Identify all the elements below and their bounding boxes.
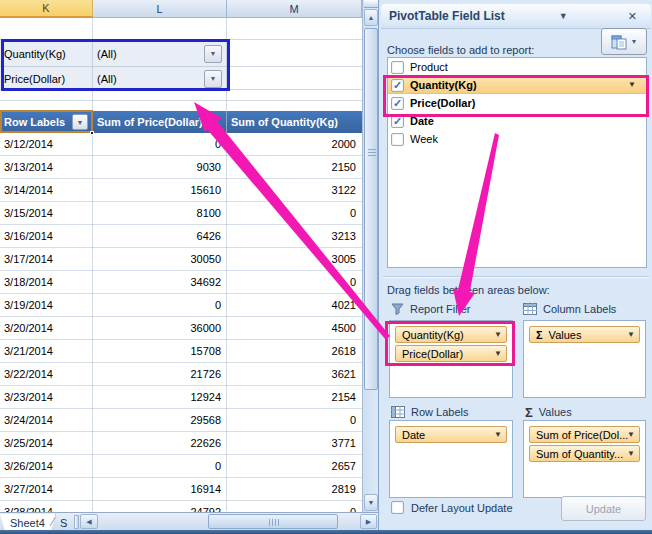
date-cell[interactable]: 3/26/2014: [0, 455, 93, 478]
scrollbar-split-handle[interactable]: [364, 0, 378, 8]
value-cell[interactable]: 0: [93, 294, 227, 317]
value-cell[interactable]: 0: [227, 271, 362, 294]
field-checkbox[interactable]: [391, 61, 404, 74]
date-cell[interactable]: 3/16/2014: [0, 225, 93, 248]
sheet-tab-next[interactable]: S: [58, 514, 74, 531]
field-pill[interactable]: Sum of Price(Dol...▼: [529, 426, 640, 443]
value-cell[interactable]: 12924: [93, 386, 227, 409]
date-cell[interactable]: 3/23/2014: [0, 386, 93, 409]
scroll-up-button[interactable]: ▲: [364, 9, 378, 26]
value-cell[interactable]: 2000: [227, 133, 362, 156]
chevron-down-icon[interactable]: ▼: [627, 431, 635, 439]
value-cell[interactable]: 22626: [93, 432, 227, 455]
value-cell[interactable]: 30050: [93, 248, 227, 271]
column-header-k[interactable]: K: [0, 0, 93, 18]
value-cell[interactable]: 9030: [93, 156, 227, 179]
column-header-m[interactable]: M: [227, 0, 362, 18]
value-cell[interactable]: 4500: [227, 317, 362, 340]
scroll-left-button[interactable]: ◀: [80, 514, 98, 529]
pill-label: Sum of Price(Dol...: [536, 429, 628, 441]
horizontal-scroll-thumb[interactable]: [208, 514, 338, 529]
value-cell[interactable]: 0: [227, 501, 362, 512]
scroll-right-button[interactable]: ▶: [360, 514, 377, 529]
defer-layout-label: Defer Layout Update: [411, 502, 513, 514]
sheet-tab-sheet4[interactable]: Sheet4: [0, 514, 56, 531]
scroll-down-button[interactable]: ▼: [364, 494, 378, 511]
defer-layout-checkbox[interactable]: [391, 501, 404, 514]
column-labels-dropzone[interactable]: ΣValues▼: [523, 320, 646, 398]
value-cell[interactable]: 15708: [93, 340, 227, 363]
value-cell[interactable]: 3771: [227, 432, 362, 455]
value-cell[interactable]: 2618: [227, 340, 362, 363]
date-cell[interactable]: 3/24/2014: [0, 409, 93, 432]
date-cell[interactable]: 3/22/2014: [0, 363, 93, 386]
value-cell[interactable]: 0: [227, 409, 362, 432]
date-cell[interactable]: 3/18/2014: [0, 271, 93, 294]
sum-price-header[interactable]: Sum of Price(Dollar): [93, 111, 227, 133]
field-pill[interactable]: Sum of Quantity...▼: [529, 445, 640, 462]
pane-menu-icon[interactable]: ▼: [553, 11, 574, 21]
sum-quantity-header[interactable]: Sum of Quantity(Kg): [227, 111, 362, 133]
vertical-scroll-thumb[interactable]: [364, 28, 378, 390]
value-cell[interactable]: 21726: [93, 363, 227, 386]
date-cell[interactable]: 3/13/2014: [0, 156, 93, 179]
defer-layout-row: Defer Layout Update: [391, 501, 513, 514]
date-cell[interactable]: 3/14/2014: [0, 179, 93, 202]
field-item-week[interactable]: Week: [388, 130, 646, 148]
gridline-vertical: [226, 18, 227, 511]
date-cell[interactable]: 3/12/2014: [0, 133, 93, 156]
row-labels-dropzone[interactable]: Date▼: [389, 420, 513, 498]
value-cell[interactable]: 8100: [93, 202, 227, 225]
update-button[interactable]: Update: [561, 496, 646, 521]
value-cell[interactable]: 2154: [227, 386, 362, 409]
chevron-down-icon[interactable]: ▼: [494, 431, 502, 439]
date-cell[interactable]: 3/27/2014: [0, 478, 93, 501]
value-cell[interactable]: 24792: [93, 501, 227, 512]
value-cell[interactable]: 15610: [93, 179, 227, 202]
vertical-scrollbar[interactable]: ▲ ▼: [362, 0, 378, 512]
date-cell[interactable]: 3/25/2014: [0, 432, 93, 455]
excel-window: K L M Quantity(Kg)(All)▼Price(Dollar)(Al…: [0, 0, 652, 534]
value-cell[interactable]: 2150: [227, 156, 362, 179]
date-cell[interactable]: 3/20/2014: [0, 317, 93, 340]
date-cell[interactable]: 3/17/2014: [0, 248, 93, 271]
field-pill[interactable]: ΣValues▼: [529, 326, 640, 343]
value-cell[interactable]: 34692: [93, 271, 227, 294]
value-cell[interactable]: 0: [227, 202, 362, 225]
chevron-down-icon: ▼: [631, 38, 638, 45]
field-item-product[interactable]: Product: [388, 58, 646, 76]
values-dropzone[interactable]: Sum of Price(Dol...▼Sum of Quantity...▼: [523, 420, 646, 498]
pane-title-bar[interactable]: PivotTable Field List ▼ ✕: [381, 4, 651, 29]
date-cell[interactable]: 3/15/2014: [0, 202, 93, 225]
value-cell[interactable]: 3621: [227, 363, 362, 386]
value-cell[interactable]: 2819: [227, 478, 362, 501]
table-row: 3/20/2014360004500: [0, 317, 362, 340]
view-layout-button[interactable]: ▼: [601, 28, 647, 55]
close-icon[interactable]: ✕: [622, 10, 643, 23]
area-title: Report Filter: [410, 303, 471, 315]
tab-area-splitter[interactable]: [74, 515, 79, 529]
value-cell[interactable]: 6426: [93, 225, 227, 248]
value-cell[interactable]: 3213: [227, 225, 362, 248]
date-cell[interactable]: 3/28/2014: [0, 501, 93, 512]
date-cell[interactable]: 3/19/2014: [0, 294, 93, 317]
value-cell[interactable]: 2657: [227, 455, 362, 478]
value-cell[interactable]: 4021: [227, 294, 362, 317]
value-cell[interactable]: 29568: [93, 409, 227, 432]
value-cell[interactable]: 16914: [93, 478, 227, 501]
field-checkbox[interactable]: [391, 133, 404, 146]
column-labels-area-label: Column Labels: [523, 301, 616, 317]
value-cell[interactable]: 3005: [227, 248, 362, 271]
date-cell[interactable]: 3/21/2014: [0, 340, 93, 363]
value-cell[interactable]: 0: [93, 455, 227, 478]
chevron-down-icon[interactable]: ▼: [627, 331, 635, 339]
column-header-l[interactable]: L: [93, 0, 227, 18]
drag-fields-label: Drag fields between areas below:: [387, 284, 550, 296]
sigma-icon: Σ: [525, 405, 533, 420]
field-pill[interactable]: Date▼: [395, 426, 507, 443]
fill-handle[interactable]: [90, 131, 94, 135]
chevron-down-icon[interactable]: ▼: [627, 450, 635, 458]
value-cell[interactable]: 0: [93, 133, 227, 156]
value-cell[interactable]: 36000: [93, 317, 227, 340]
value-cell[interactable]: 3122: [227, 179, 362, 202]
